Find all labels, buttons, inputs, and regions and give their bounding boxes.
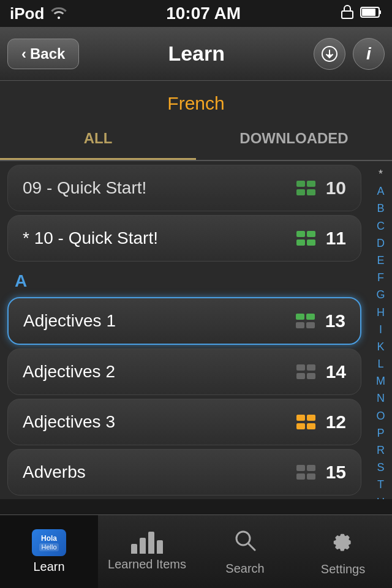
- alpha-O[interactable]: O: [372, 408, 388, 424]
- alpha-I[interactable]: I: [375, 322, 386, 338]
- lock-icon: [339, 4, 355, 24]
- nav-title: Learn: [168, 42, 225, 66]
- tab-all[interactable]: ALL: [0, 119, 196, 160]
- alpha-T[interactable]: T: [374, 477, 388, 493]
- alpha-R[interactable]: R: [373, 442, 388, 459]
- list-item[interactable]: * 10 - Quick Start! 11: [7, 215, 361, 262]
- status-left: iPod: [10, 4, 67, 23]
- progress-indicator: [296, 364, 315, 379]
- item-right: 13: [296, 311, 345, 331]
- item-right: 11: [296, 228, 346, 249]
- progress-bar: [296, 314, 304, 320]
- alpha-M[interactable]: M: [372, 373, 389, 390]
- time-display: 10:07 AM: [166, 4, 241, 23]
- tab-item-learned[interactable]: Learned Items: [98, 515, 196, 588]
- progress-bar: [296, 373, 305, 379]
- status-bar: iPod 10:07 AM: [0, 0, 392, 27]
- search-icon: [233, 528, 257, 558]
- alpha-U[interactable]: U: [373, 494, 388, 499]
- alpha-K[interactable]: K: [373, 339, 388, 355]
- bar-chart-icon: [131, 532, 163, 554]
- progress-bar: [296, 415, 305, 421]
- tab-downloaded[interactable]: DOWNLOADED: [196, 119, 392, 160]
- back-button[interactable]: ‹ Back: [7, 39, 79, 69]
- item-right: 12: [296, 412, 346, 432]
- alpha-star[interactable]: *: [375, 166, 386, 183]
- item-name: Adverbs: [23, 462, 86, 482]
- progress-bar: [307, 181, 315, 187]
- alpha-A[interactable]: A: [373, 183, 388, 200]
- tab-item-learn[interactable]: Hola Hello Learn: [0, 515, 98, 588]
- progress-indicator: [296, 465, 315, 480]
- progress-bar: [307, 423, 315, 429]
- language-label: French: [0, 81, 392, 119]
- item-count: 12: [324, 412, 346, 432]
- item-name: * 10 - Quick Start!: [23, 228, 158, 248]
- progress-bar: [306, 314, 315, 320]
- progress-bar: [296, 181, 305, 187]
- list-item[interactable]: 09 - Quick Start! 10: [7, 165, 361, 211]
- progress-bar: [296, 239, 305, 246]
- item-name: Adjectives 2: [23, 362, 115, 382]
- tab-label-learned: Learned Items: [108, 557, 186, 571]
- progress-bar: [296, 231, 305, 237]
- alpha-G[interactable]: G: [372, 287, 388, 303]
- alpha-S[interactable]: S: [373, 459, 388, 476]
- nav-right-buttons: i: [314, 38, 385, 70]
- content-tabs: ALL DOWNLOADED: [0, 119, 392, 161]
- svg-rect-0: [342, 11, 353, 18]
- svg-rect-3: [379, 10, 381, 14]
- alpha-F[interactable]: F: [374, 270, 388, 286]
- tab-bar: Hola Hello Learn Learned Items Search: [0, 514, 392, 588]
- list-item[interactable]: Adjectives 3 12: [7, 399, 361, 445]
- alpha-L[interactable]: L: [374, 356, 387, 372]
- progress-bar: [296, 473, 305, 480]
- progress-bar: [296, 364, 305, 371]
- tab-label-search: Search: [225, 562, 264, 576]
- tab-label-learn: Learn: [33, 560, 64, 574]
- progress-bar: [296, 465, 305, 471]
- tab-label-settings: Settings: [321, 562, 365, 576]
- item-count: 10: [324, 178, 346, 198]
- progress-bar: [307, 239, 315, 246]
- alpha-P[interactable]: P: [373, 425, 388, 442]
- alpha-D[interactable]: D: [373, 235, 388, 252]
- item-count: 14: [324, 361, 346, 382]
- item-count: 15: [324, 462, 346, 483]
- progress-bar: [307, 231, 315, 237]
- progress-bar: [307, 364, 315, 371]
- svg-line-6: [249, 544, 255, 550]
- progress-indicator: [296, 314, 315, 328]
- alpha-B[interactable]: B: [373, 200, 388, 217]
- wifi-icon: [50, 4, 67, 23]
- alpha-E[interactable]: E: [373, 252, 388, 269]
- item-name: 09 - Quick Start!: [23, 178, 146, 198]
- item-right: 14: [296, 361, 346, 382]
- list-item[interactable]: Adverbs 15: [7, 449, 361, 496]
- gear-icon: [330, 527, 356, 559]
- alpha-C[interactable]: C: [373, 218, 388, 235]
- list-item[interactable]: Adjectives 1 13: [7, 297, 361, 345]
- download-button[interactable]: [314, 38, 345, 70]
- device-label: iPod: [10, 4, 44, 23]
- tab-item-search[interactable]: Search: [196, 515, 294, 588]
- svg-point-5: [236, 532, 250, 545]
- progress-indicator: [296, 415, 315, 429]
- content-area: French ALL DOWNLOADED * A B C D E F G H …: [0, 81, 392, 499]
- list-item[interactable]: Adjectives 2 14: [7, 349, 361, 395]
- alphabet-sidebar: * A B C D E F G H I K L M N O P R S T U: [372, 161, 390, 499]
- status-right: [339, 4, 382, 24]
- tab-item-settings[interactable]: Settings: [294, 515, 392, 588]
- progress-bar: [306, 322, 315, 328]
- item-name: Adjectives 3: [23, 412, 115, 432]
- alpha-H[interactable]: H: [373, 304, 388, 321]
- info-button[interactable]: i: [353, 38, 385, 70]
- nav-bar: ‹ Back Learn i: [0, 27, 392, 81]
- progress-indicator: [296, 181, 315, 195]
- svg-rect-2: [362, 9, 375, 16]
- alpha-N[interactable]: N: [373, 390, 388, 407]
- learn-icon: Hola Hello: [32, 529, 66, 556]
- item-count: 11: [324, 228, 346, 249]
- progress-bar: [307, 473, 315, 480]
- progress-bar: [296, 322, 304, 328]
